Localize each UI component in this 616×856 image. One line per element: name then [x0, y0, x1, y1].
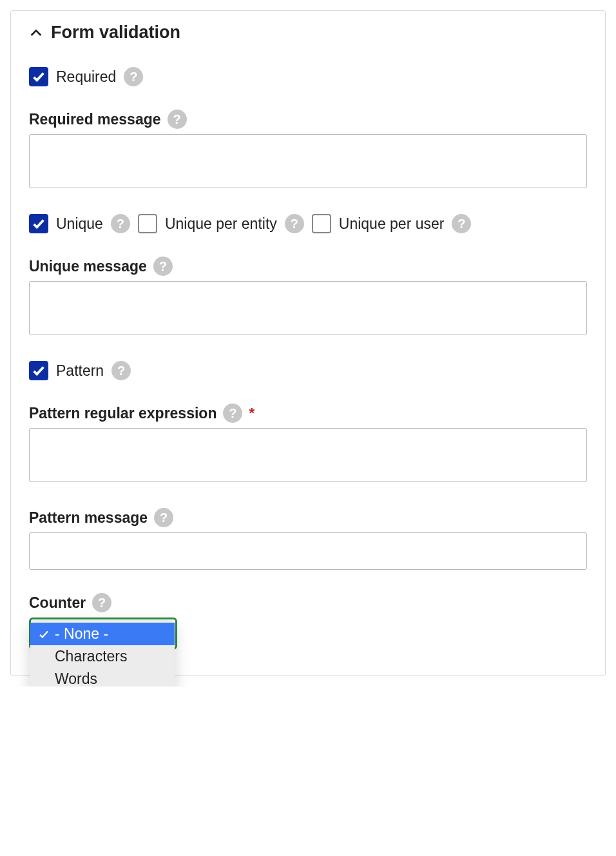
required-help-icon[interactable]: ? [124, 67, 143, 86]
pattern-message-help-icon[interactable]: ? [154, 508, 173, 527]
pattern-regex-label: Pattern regular expression [29, 405, 217, 422]
pattern-checkbox[interactable] [29, 361, 48, 380]
unique-help-icon[interactable]: ? [111, 214, 130, 233]
counter-dropdown: - None - Characters Words [30, 620, 175, 686]
unique-per-entity-help-icon[interactable]: ? [285, 214, 304, 233]
counter-option-words[interactable]: Words [30, 668, 175, 686]
counter-select-wrap: - None - Characters Words [29, 618, 177, 650]
pattern-message-label: Pattern message [29, 509, 148, 527]
check-icon [37, 628, 51, 640]
required-message-help-icon[interactable]: ? [168, 110, 187, 129]
unique-checkbox[interactable] [29, 214, 48, 233]
counter-option-label: Characters [55, 648, 127, 665]
unique-message-help-icon[interactable]: ? [153, 257, 173, 276]
counter-option-label: Words [55, 670, 97, 686]
required-message-label-row: Required message ? [29, 110, 587, 129]
panel-header[interactable]: Form validation [29, 23, 587, 43]
required-checkbox[interactable] [29, 67, 48, 86]
counter-help-icon[interactable]: ? [92, 593, 111, 612]
counter-option-characters[interactable]: Characters [30, 645, 175, 668]
pattern-message-input[interactable] [29, 532, 587, 570]
required-asterisk-icon: * [249, 405, 255, 422]
counter-label-row: Counter ? [29, 593, 587, 612]
unique-message-label: Unique message [29, 258, 147, 275]
pattern-help-icon[interactable]: ? [111, 361, 131, 380]
pattern-label: Pattern [56, 362, 104, 380]
counter-option-label: - None - [55, 625, 108, 643]
unique-per-entity-checkbox[interactable] [138, 214, 157, 233]
pattern-message-label-row: Pattern message ? [29, 508, 587, 527]
counter-option-none[interactable]: - None - [30, 623, 175, 645]
counter-label: Counter [29, 594, 86, 612]
panel-title: Form validation [51, 23, 180, 43]
unique-per-entity-label: Unique per entity [165, 215, 277, 233]
unique-label: Unique [56, 215, 103, 233]
required-label: Required [56, 68, 116, 86]
chevron-up-icon [29, 26, 43, 40]
unique-per-user-checkbox[interactable] [312, 214, 331, 233]
pattern-regex-input[interactable] [29, 428, 587, 482]
required-message-label: Required message [29, 111, 161, 128]
pattern-regex-help-icon[interactable]: ? [223, 404, 242, 423]
required-message-input[interactable] [29, 134, 587, 188]
unique-per-user-help-icon[interactable]: ? [452, 214, 471, 233]
unique-message-input[interactable] [29, 281, 587, 335]
unique-message-label-row: Unique message ? [29, 257, 587, 276]
unique-per-user-label: Unique per user [339, 215, 445, 233]
pattern-regex-label-row: Pattern regular expression ? * [29, 404, 587, 423]
form-validation-panel: Form validation Required ? Required mess… [10, 10, 606, 676]
